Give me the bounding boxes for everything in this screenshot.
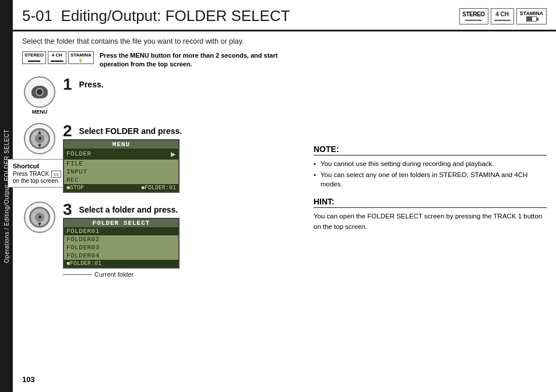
shortcut-body: Press TRACK ▭: [13, 171, 66, 178]
step2-content: 2 Select FOLDER and press. MENU FOLDER ▶…: [63, 123, 302, 193]
step3-dial-icon: ▼: [24, 202, 55, 233]
lcd-folder02-row: FOLDER02: [64, 235, 178, 243]
shortcut-text2: on the top screen.: [13, 178, 66, 184]
shortcut-box: Shortcut Press TRACK ▭ on the top screen…: [8, 159, 72, 188]
lcd-folder01-row: FOLDER01: [64, 227, 178, 235]
step2-icon: ▲ ▼ Shortcut Press TRACK ▭ on the top sc…: [22, 123, 57, 193]
main-content: 5-01 Editing/Output: FOLDER SELECT STERE…: [13, 0, 556, 392]
instruction-text: Press the MENU button for more than 2 se…: [100, 51, 302, 69]
sidebar-label: Operations / Editing/Output: FOLDER SELE…: [3, 129, 10, 263]
hint-title: HINT:: [314, 197, 547, 208]
lcd-input-row: INPUT: [64, 168, 178, 176]
note-title: NOTE:: [314, 144, 547, 156]
left-column: STEREO▬▬▬ 4 CH▬▬▬ STAMINA🔋 Press the MEN…: [22, 51, 302, 286]
instr-stereo-badge: STEREO▬▬▬: [22, 51, 46, 64]
instruction-mode-badges: STEREO▬▬▬ 4 CH▬▬▬ STAMINA🔋: [22, 51, 94, 64]
step1-text: Press.: [79, 80, 104, 89]
annotation-text: Current folder: [94, 271, 133, 278]
menu-button-icon: [24, 76, 55, 108]
right-column: NOTE: You cannot use this setting during…: [302, 51, 547, 286]
folder-select-title: FOLDER SELECT: [64, 219, 178, 227]
instr-4ch-badge: 4 CH▬▬▬: [48, 51, 66, 64]
content-area: STEREO▬▬▬ 4 CH▬▬▬ STAMINA🔋 Press the MEN…: [13, 51, 556, 286]
step1-number: 1: [63, 76, 72, 93]
stamina-badge: STAMINA: [516, 8, 547, 24]
hint-text: You can open the FOLDER SELECT screen by…: [314, 211, 547, 232]
dial-icon: ▲ ▼: [24, 123, 55, 154]
note-section: NOTE: You cannot use this setting during…: [314, 144, 547, 189]
lcd-status-left: ■STOP: [66, 185, 84, 191]
lcd-folder-row: FOLDER ▶: [64, 149, 178, 160]
step2-text: Select FOLDER and press.: [79, 126, 182, 136]
hint-section: HINT: You can open the FOLDER SELECT scr…: [314, 197, 547, 232]
note-item-2: You can select any one of ten folders in…: [314, 170, 547, 189]
instr-stamina-badge: STAMINA🔋: [68, 51, 94, 64]
step3-icon: ▼: [22, 202, 57, 233]
lcd-folder04-row: FOLDER04: [64, 252, 178, 260]
step1-icon: MENU: [22, 76, 57, 115]
step-1: MENU 1 Press.: [22, 76, 302, 115]
step3-text: Select a folder and press.: [79, 205, 178, 214]
note-list: You cannot use this setting during recor…: [314, 159, 547, 189]
lcd-status-bar: ■STOP ■FOLDER:01: [64, 184, 178, 192]
step-3: ▼ 3 Select a folder and press. FOLDER SE…: [22, 202, 302, 278]
menu-lcd-screen: MENU FOLDER ▶ FILE INPUT REC ■STOP ■FOLD…: [63, 139, 180, 193]
mode-badges: STEREO ▬▬▬▬ 4 CH ▬▬▬▬ STAMINA: [459, 8, 547, 24]
lcd-file-row: FILE: [64, 160, 178, 168]
description-text: Select the folder that contains the file…: [13, 37, 556, 51]
lcd-status-right: ■FOLDER:01: [141, 185, 176, 191]
current-folder-annotation: Current folder: [63, 271, 302, 278]
step1-content: 1 Press.: [63, 76, 302, 93]
folder-select-lcd: FOLDER SELECT FOLDER01 FOLDER02 FOLDER03…: [63, 218, 180, 269]
page-number: 103: [22, 375, 35, 384]
shortcut-title: Shortcut: [13, 163, 66, 169]
page-title: 5-01 Editing/Output: FOLDER SELECT: [22, 7, 290, 25]
4ch-badge: 4 CH ▬▬▬▬: [491, 8, 514, 24]
instruction-box: STEREO▬▬▬ 4 CH▬▬▬ STAMINA🔋 Press the MEN…: [22, 51, 302, 69]
menu-icon-label: MENU: [32, 109, 48, 115]
step-2: ▲ ▼ Shortcut Press TRACK ▭ on the top sc…: [22, 123, 302, 193]
folder-current-label: ■FOLDER:01: [66, 260, 101, 267]
folder-select-status: ■FOLDER:01: [64, 260, 178, 267]
lcd-menu-title: MENU: [64, 140, 178, 149]
lcd-folder03-row: FOLDER03: [64, 243, 178, 252]
lcd-rec-row: REC: [64, 176, 178, 184]
step3-number: 3: [63, 202, 72, 218]
sidebar: Operations / Editing/Output: FOLDER SELE…: [0, 0, 13, 392]
page-header: 5-01 Editing/Output: FOLDER SELECT STERE…: [13, 0, 556, 31]
stereo-badge: STEREO ▬▬▬▬: [459, 8, 488, 24]
note-item-1: You cannot use this setting during recor…: [314, 159, 547, 168]
step2-number: 2: [63, 123, 72, 139]
step3-content: 3 Select a folder and press. FOLDER SELE…: [63, 202, 302, 278]
